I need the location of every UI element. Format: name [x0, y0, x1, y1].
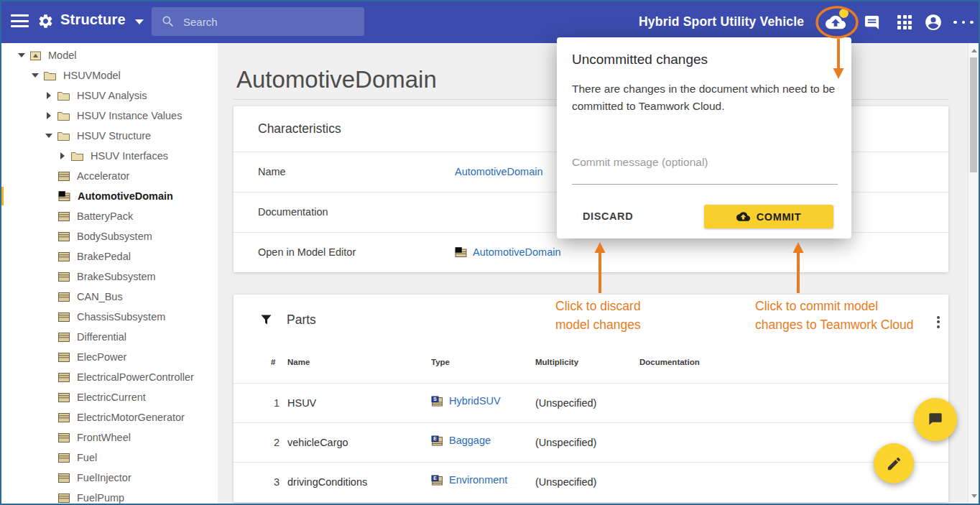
expand-caret-icon[interactable]: [45, 92, 53, 99]
tree-item-brakesubsystem[interactable]: BrakeSubsystem: [0, 267, 205, 287]
uncommitted-changes-badge: [839, 9, 849, 18]
view-selector-label[interactable]: Structure: [60, 11, 126, 28]
scroll-up-icon[interactable]: [971, 49, 977, 52]
cloud-upload-icon: [736, 210, 750, 223]
tree-item-bodysubsystem[interactable]: BodySubsystem: [0, 226, 205, 246]
svg-text:D: D: [60, 191, 64, 196]
folder-icon: [71, 152, 83, 161]
block-icon: [58, 494, 70, 503]
expand-caret-icon[interactable]: [45, 112, 53, 119]
tree-item-label: FuelInjector: [77, 472, 131, 483]
part-type-link[interactable]: EBaggage: [431, 435, 491, 446]
characteristic-label: Documentation: [258, 206, 328, 218]
tree-item-hsuv-instance-values[interactable]: HSUV Instance Values: [0, 106, 205, 126]
part-type-link[interactable]: EEnvironment: [431, 474, 507, 486]
expand-caret-icon[interactable]: [58, 152, 67, 159]
tree-item-hsuvmodel[interactable]: HSUVModel: [0, 65, 205, 85]
tree-item-differential[interactable]: Differential: [0, 327, 205, 347]
selection-indicator: [0, 187, 4, 205]
parts-row-drivingconditions: 3drivingConditionsEEnvironment(Unspecifi…: [234, 462, 948, 501]
tree-item-electricalpowercontroller[interactable]: ElectricalPowerController: [0, 367, 205, 387]
tree-item-label: BatteryPack: [77, 210, 133, 222]
page-title: AutomotiveDomain: [236, 66, 437, 93]
model-editor-link[interactable]: DAutomotiveDomain: [455, 246, 561, 258]
tree-item-label: CAN_Bus: [77, 291, 123, 302]
tree-item-hsuv-structure[interactable]: HSUV Structure: [0, 126, 205, 146]
collapse-caret-icon[interactable]: [45, 132, 53, 139]
name-value-link[interactable]: AutomotiveDomain: [455, 166, 543, 177]
tree-item-electriccurrent[interactable]: ElectricCurrent: [0, 387, 205, 407]
tree-item-fuelinjector[interactable]: FuelInjector: [0, 468, 205, 488]
tree-item-brakepedal[interactable]: BrakePedal: [0, 246, 205, 267]
model-tree-panel: ModelHSUVModelHSUV AnalysisHSUV Instance…: [0, 43, 218, 504]
search-input[interactable]: [183, 7, 356, 36]
part-multiplicity: (Unspecified): [535, 476, 596, 488]
apps-grid-icon[interactable]: [892, 10, 917, 34]
tree-item-automotivedomain[interactable]: DAutomotiveDomain: [0, 186, 205, 206]
block-icon: [58, 312, 70, 322]
tree-item-chassissubsystem[interactable]: ChassisSubsystem: [0, 307, 205, 327]
tree-item-electricmotorgenerator[interactable]: ElectricMotorGenerator: [0, 407, 205, 427]
comments-icon[interactable]: [859, 10, 884, 34]
domain-icon: D: [58, 191, 70, 201]
part-multiplicity: (Unspecified): [535, 397, 596, 409]
search-box[interactable]: [152, 7, 364, 36]
parts-menu-icon[interactable]: [937, 315, 940, 330]
part-type-link[interactable]: SHybridSUV: [431, 395, 501, 407]
folder-icon: [44, 71, 56, 80]
column-header-num: #: [271, 358, 275, 366]
part-name: HSUV: [287, 397, 316, 409]
tree-item-hsuv-interfaces[interactable]: HSUV Interfaces: [0, 146, 205, 166]
comments-fab[interactable]: [914, 398, 957, 441]
tree-item-label: AutomotiveDomain: [78, 190, 173, 202]
tree-item-hsuv-analysis[interactable]: HSUV Analysis: [0, 85, 205, 106]
commit-changes-button[interactable]: [823, 10, 848, 34]
account-icon[interactable]: [921, 10, 946, 34]
more-options-icon[interactable]: [951, 10, 976, 34]
annotation-discard: Click to discard model changes: [555, 297, 641, 334]
part-name: vehicleCargo: [287, 437, 348, 448]
block-icon: [58, 413, 70, 422]
block-icon: [58, 272, 70, 282]
edit-fab[interactable]: [874, 443, 914, 483]
scroll-down-icon[interactable]: [971, 494, 977, 498]
block-icon: [58, 292, 70, 302]
popup-title: Uncommitted changes: [572, 52, 708, 68]
tree-item-frontwheel[interactable]: FrontWheel: [0, 427, 205, 448]
tree-item-fuel[interactable]: Fuel: [0, 448, 205, 468]
model-icon: [30, 51, 41, 60]
tree-item-model[interactable]: Model: [0, 45, 205, 65]
collapse-caret-icon[interactable]: [17, 52, 26, 59]
block-icon: [58, 473, 70, 483]
discard-button[interactable]: DISCARD: [573, 204, 643, 228]
parts-table-body: 1HSUVSHybridSUV(Unspecified)2vehicleCarg…: [234, 383, 948, 501]
tree-item-batterypack[interactable]: BatteryPack: [0, 206, 205, 226]
gear-icon[interactable]: [37, 13, 54, 32]
characteristic-label: Name: [258, 166, 286, 177]
filter-icon[interactable]: [261, 315, 272, 328]
search-icon: [161, 14, 175, 32]
domain-icon: D: [455, 247, 467, 257]
row-number: 1: [268, 397, 279, 409]
commit-button[interactable]: COMMIT: [704, 205, 833, 228]
collapse-caret-icon[interactable]: [31, 72, 40, 79]
app-header: Structure Hybrid Sport Utility Vehicle: [0, 0, 980, 43]
tree-item-can-bus[interactable]: CAN_Bus: [0, 287, 205, 307]
parts-row-vehiclecargo: 2vehicleCargoEBaggage(Unspecified): [234, 422, 948, 462]
document-title: Hybrid Sport Utility Vehicle: [639, 14, 804, 29]
menu-icon[interactable]: [11, 14, 29, 29]
chevron-down-icon[interactable]: [135, 19, 144, 24]
block-icon: [58, 212, 70, 221]
main-scrollbar[interactable]: [968, 43, 979, 504]
block-type-icon: S: [431, 396, 443, 407]
tree-item-elecpower[interactable]: ElecPower: [0, 347, 205, 367]
parts-title: Parts: [287, 312, 316, 328]
commit-message-input[interactable]: [572, 145, 838, 185]
folder-icon: [57, 111, 70, 121]
tree-item-accelerator[interactable]: Accelerator: [0, 166, 205, 186]
tree-item-label: ElecPower: [77, 351, 126, 363]
tree-item-fuelpump[interactable]: FuelPump: [0, 488, 205, 504]
main-scrollbar-thumb[interactable]: [970, 57, 977, 172]
block-icon: [58, 433, 70, 443]
row-number: 3: [268, 476, 279, 488]
